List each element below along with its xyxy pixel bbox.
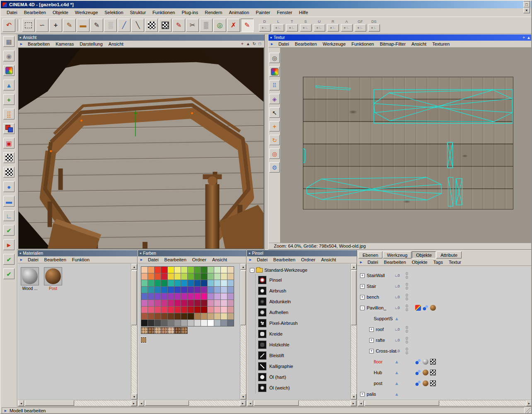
wire-sphere-icon[interactable]: ◉ [3,51,15,61]
menu-bearbeiten[interactable]: Bearbeiten [21,9,49,16]
layer-zero-icon[interactable]: ∟0 [394,327,399,331]
color-swatch-7-11[interactable] [214,313,220,319]
vertical-scrollbar[interactable]: ▲▼ [351,264,356,399]
object-row-supports[interactable]: SupportS▲ [358,313,532,324]
color-swatch-2-7[interactable] [188,280,194,286]
bluedots-icon[interactable] [423,305,428,311]
color-swatch-5-0[interactable] [141,300,148,306]
color-swatch-5-13[interactable] [227,300,234,306]
color-swatch-6-10[interactable] [208,307,214,313]
brushes-menu-ansicht[interactable]: Ansicht [318,257,339,263]
viewport-menu-darstellung[interactable]: Darstellung [77,41,106,47]
color-swatch-4-7[interactable] [188,293,194,300]
bluedots-icon[interactable] [415,380,421,386]
scroll-thumb[interactable] [145,400,189,406]
menu-fenster[interactable]: Fenster [273,9,295,16]
sphere-brown-icon[interactable] [423,370,428,375]
points-grid-icon[interactable]: ⣿ [3,109,15,119]
color-swatch-8-0[interactable] [141,320,148,326]
color-swatch-8-3[interactable] [161,320,167,326]
color-swatch-1-7[interactable] [188,273,194,280]
menu-animation[interactable]: Animation [225,9,252,16]
pan-view-icon[interactable]: + [522,36,525,40]
object-row-roof[interactable]: +roof∟0 [358,324,532,335]
restore-button[interactable]: □ [523,2,530,7]
color-swatch-7-10[interactable] [208,313,214,319]
paint-tag-icon[interactable] [415,305,421,311]
color-swatch-0-2[interactable] [155,267,161,273]
color-palette-icon[interactable] [3,65,15,76]
menu-struktur[interactable]: Struktur [127,9,150,16]
scroll-up-icon[interactable]: ▲ [351,264,357,270]
color-swatch-0-3[interactable] [161,267,167,273]
rect-select-icon[interactable] [22,19,35,32]
texture-menu-ansicht[interactable]: Ansicht [409,41,429,47]
color-swatch-2-6[interactable] [181,280,187,286]
pattern-swatch-4[interactable] [168,327,174,334]
scroll-right-icon[interactable]: ► [351,400,356,406]
color-swatch-6-13[interactable] [227,307,234,313]
color-swatch-0-0[interactable] [141,267,148,273]
color-swatch-7-0[interactable] [141,313,148,319]
record-target-icon[interactable]: ◎ [269,149,280,159]
spray-can-icon[interactable]: ▒ [200,19,213,32]
color-swatch-3-8[interactable] [194,287,201,293]
color-swatch-3-4[interactable] [168,287,174,293]
pattern-swatch-2[interactable] [155,327,161,334]
check-brush-icon[interactable]: ✔ [3,254,15,265]
uv-pen-icon[interactable]: ✎ [172,19,185,32]
scroll-track[interactable] [131,270,137,394]
scroll-track[interactable] [253,400,351,406]
object-row-bench[interactable]: +bench∟0 [358,292,532,302]
color-swatch-0-5[interactable] [174,267,181,273]
vertical-scrollbar[interactable]: ▲▼ [240,264,246,399]
material-item-wood[interactable]: Wood ... [20,267,40,396]
color-swatch-1-0[interactable] [141,273,148,280]
color-swatch-4-11[interactable] [214,293,220,300]
color-swatch-3-1[interactable] [148,287,154,293]
object-row-palis[interactable]: +palis▲ [358,389,532,399]
red-cube-icon[interactable]: ▣ [3,138,15,149]
channel-r-button[interactable]: ●∟ [327,24,339,32]
select-cursor-icon[interactable]: ↖ [269,107,280,118]
texture-menu-werkzeuge[interactable]: Werkzeuge [320,41,348,47]
brush-item-holzkohle[interactable]: Holzkohle [258,339,351,350]
visibility-dots-icon[interactable] [405,304,409,312]
scroll-down-icon[interactable]: ▼ [351,394,357,399]
color-swatch-2-12[interactable] [221,280,227,286]
color-swatch-1-2[interactable] [155,273,161,280]
color-swatch-5-7[interactable] [188,300,194,306]
color-swatch-2-11[interactable] [214,280,220,286]
color-swatch-6-12[interactable] [221,307,227,313]
render-region-icon[interactable] [159,19,172,32]
color-swatch-2-13[interactable] [227,280,234,286]
rotate-view-icon[interactable]: ▲ [527,36,531,40]
expander-icon[interactable]: - [360,306,365,310]
scroll-right-icon[interactable]: ► [526,400,532,406]
object-row-rafte[interactable]: +rafte∟0 [358,335,532,346]
expander-icon[interactable]: + [360,392,365,397]
channel-gf-button[interactable]: ●∟ [355,24,366,32]
menu-plug-ins[interactable]: Plug-ins [178,9,201,16]
brush-icon[interactable]: ✎ [63,19,76,32]
scroll-up-icon[interactable]: ▲ [131,264,137,270]
red-arrow-cube-icon[interactable]: ► [3,239,15,250]
bluedots-icon[interactable] [415,359,421,365]
scroll-thumb[interactable] [365,400,439,406]
viewport-menu-ansicht[interactable]: Ansicht [106,41,126,47]
viewport-menu-bearbeiten[interactable]: Bearbeiten [25,41,53,47]
expander-icon[interactable]: + [369,338,374,343]
scroll-track[interactable] [144,400,240,406]
color-swatch-8-1[interactable] [148,320,154,326]
objects-menu-tags[interactable]: Tags [430,259,446,265]
color-swatch-8-5[interactable] [174,320,181,326]
color-swatch-8-11[interactable] [214,320,220,326]
viewport-menu-kameras[interactable]: Kameras [53,41,77,47]
bluedots-icon[interactable] [415,370,421,375]
horizontal-scrollbar[interactable]: ◄► [358,400,532,406]
move-tool-icon[interactable]: + [269,121,280,132]
channel-d[interactable]: D●∟ [258,19,271,32]
layer-zero-icon[interactable]: ∟0 [394,295,399,299]
channel-l[interactable]: L●∟ [271,19,285,32]
color-swatch-7-5[interactable] [174,313,181,319]
